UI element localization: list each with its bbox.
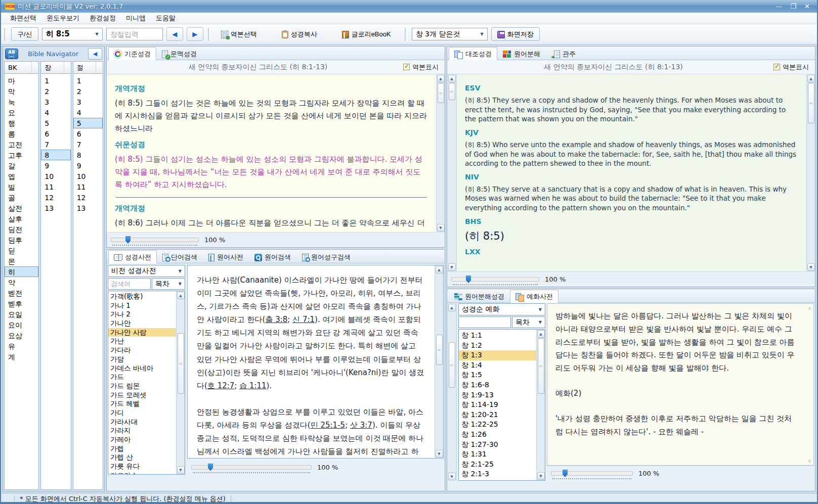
navigator-collapse-button[interactable]: ◀: [88, 48, 102, 60]
scrollbar-thumb[interactable]: =: [449, 342, 455, 388]
toolbar-grip[interactable]: [4, 28, 7, 41]
menu-item-2[interactable]: 환경설정: [84, 13, 121, 24]
verse-list-item[interactable]: 13: [73, 203, 103, 213]
version-display-checkbox[interactable]: [773, 64, 780, 70]
dictionary-entry[interactable]: 가렙 산: [108, 453, 176, 462]
book-list-item[interactable]: 막: [5, 86, 38, 97]
illustration-entry[interactable]: 창 1:3: [459, 350, 536, 360]
tab-illustration-dictionary[interactable]: 예화사전: [510, 290, 558, 303]
scroll-down-icon[interactable]: ▼: [437, 224, 445, 232]
scroll-down-icon[interactable]: ▼: [448, 263, 456, 271]
dictionary-toc-combo[interactable]: 목차 ▼: [152, 278, 185, 290]
illustration-entry[interactable]: 창 1:22-25: [459, 420, 536, 430]
tab-cross-reference[interactable]: 관주: [546, 48, 581, 60]
scrollbar-thumb[interactable]: =: [449, 83, 455, 100]
verse-column-header[interactable]: 절: [73, 61, 103, 74]
verse-list-item[interactable]: 6: [73, 128, 103, 139]
verse-list-item[interactable]: 7: [73, 139, 103, 150]
illustration-entry[interactable]: 창 1:27-30: [459, 440, 536, 450]
illustration-entry[interactable]: 창 2:1-3: [459, 469, 536, 479]
tab-original-parse[interactable]: 원어분해: [497, 48, 546, 60]
scroll-down-icon[interactable]: ▼: [177, 466, 185, 474]
version-display-checkbox[interactable]: [403, 64, 410, 70]
illustration-source-combo[interactable]: 성경순 예화 ▼: [458, 303, 545, 315]
verse-input[interactable]: [106, 28, 163, 40]
illustration-entry[interactable]: 창 1:9-13: [459, 390, 536, 400]
dictionary-entry[interactable]: 가나 1: [108, 301, 176, 310]
book-column-header[interactable]: BK: [4, 61, 39, 74]
book-list-item[interactable]: 벧전: [5, 288, 38, 298]
scrollbar-thumb[interactable]: =: [538, 338, 544, 394]
scroll-down-icon[interactable]: ▼: [448, 473, 456, 480]
book-list-item[interactable]: 고전: [5, 139, 38, 150]
book-list-item[interactable]: 행: [5, 118, 38, 128]
scroll-up-icon[interactable]: ▲: [437, 75, 445, 82]
verse-list-item[interactable]: 3: [73, 97, 103, 107]
dictionary-entry[interactable]: 가렙: [108, 444, 176, 453]
scripture-link[interactable]: 호 12:7: [207, 381, 234, 390]
illustration-entry[interactable]: 창 2:1-25: [459, 460, 536, 470]
vertical-scrollbar[interactable]: ▲ = ▼: [536, 330, 545, 480]
chapter-list-item[interactable]: 5: [41, 118, 70, 128]
toolbar-grip[interactable]: [405, 28, 407, 41]
book-list-item[interactable]: 몬: [5, 256, 38, 266]
scrollbar-thumb[interactable]: =: [438, 83, 444, 103]
dictionary-source-combo[interactable]: 비전 성경사전 ▼: [108, 265, 185, 277]
zoom-slider-thumb[interactable]: [563, 470, 568, 477]
chapter-column-header[interactable]: 장: [40, 61, 71, 74]
vertical-scrollbar[interactable]: ▲ = ▼: [447, 303, 457, 481]
dictionary-entry[interactable]: 가라지: [108, 426, 176, 435]
vertical-scrollbar[interactable]: ▲ = ▼: [176, 291, 185, 474]
dictionary-entry[interactable]: 가드 림몬: [108, 382, 176, 391]
zoom-slider-thumb[interactable]: [208, 464, 213, 471]
forward-button[interactable]: ▶: [187, 27, 203, 41]
book-list-item[interactable]: 요일: [5, 309, 38, 319]
scroll-down-icon[interactable]: ▼: [537, 472, 545, 480]
book-list-item[interactable]: 롬: [5, 128, 38, 139]
bible-copy-button[interactable]: 성경복사: [276, 27, 323, 41]
chapter-list-item[interactable]: 3: [41, 97, 70, 107]
book-list-item[interactable]: 약: [5, 277, 38, 288]
dictionary-entry[interactable]: 가라사대: [108, 418, 176, 427]
tab-bible-dictionary[interactable]: 성경사전: [108, 250, 157, 263]
scroll-up-icon[interactable]: ▲: [436, 266, 443, 273]
scroll-down-icon[interactable]: ∨: [808, 458, 811, 464]
book-list-item[interactable]: 요이: [5, 319, 38, 330]
dictionary-entry[interactable]: 가담: [108, 355, 176, 364]
dictionary-entry[interactable]: 가나 2: [108, 310, 176, 319]
dictionary-entry[interactable]: 가레아: [108, 435, 176, 444]
scroll-down-icon[interactable]: ▼: [807, 263, 815, 271]
tab-original-parse-bible[interactable]: 원어분해성경: [449, 290, 510, 302]
dictionary-search-input[interactable]: [108, 278, 151, 290]
dictionary-entry[interactable]: 가난: [108, 337, 176, 346]
illustration-entry[interactable]: 창 1:5: [459, 370, 536, 380]
tab-original-phrase-search[interactable]: 원어성구검색: [296, 251, 356, 263]
chapter-list-item[interactable]: 7: [41, 139, 70, 150]
scroll-up-icon[interactable]: ▲: [448, 75, 456, 82]
vertical-scrollbar[interactable]: ▲ = ▼: [447, 74, 457, 271]
menu-item-1[interactable]: 윈도우보기: [41, 13, 84, 24]
tab-compare-bible[interactable]: 대조성경: [449, 47, 497, 60]
dictionary-entry[interactable]: 가객(歌客): [108, 292, 176, 301]
illustration-search-input[interactable]: [458, 316, 511, 328]
tab-word-search[interactable]: 단어검색: [157, 251, 203, 263]
chapter-list-item[interactable]: 4: [41, 107, 70, 118]
menu-item-4[interactable]: 도움말: [151, 13, 181, 24]
toolbar-grip[interactable]: [208, 28, 210, 41]
book-list-item[interactable]: 벧후: [5, 298, 38, 309]
zoom-slider-thumb[interactable]: [466, 276, 471, 283]
scroll-up-icon[interactable]: ∧: [808, 305, 811, 311]
zoom-slider-track[interactable]: [191, 465, 312, 470]
chapter-list-item[interactable]: 1: [41, 75, 70, 86]
verse-list-item[interactable]: 5: [73, 118, 103, 128]
maximize-button[interactable]: ❐: [790, 3, 796, 10]
illustration-entry[interactable]: 창 1:6-8: [459, 380, 536, 390]
book-list-item[interactable]: 딛: [5, 245, 38, 256]
dictionary-entry[interactable]: 가데스 바네아: [108, 364, 176, 373]
book-list-item[interactable]: 딤후: [5, 235, 38, 245]
testament-toggle-button[interactable]: 구/신: [11, 27, 38, 41]
dictionary-entry[interactable]: 가다라: [108, 346, 176, 355]
scripture-link[interactable]: 습 1:11: [239, 381, 266, 390]
illustration-entry[interactable]: 창 1:31: [459, 449, 536, 460]
dictionary-entry[interactable]: 가나안: [108, 319, 176, 328]
